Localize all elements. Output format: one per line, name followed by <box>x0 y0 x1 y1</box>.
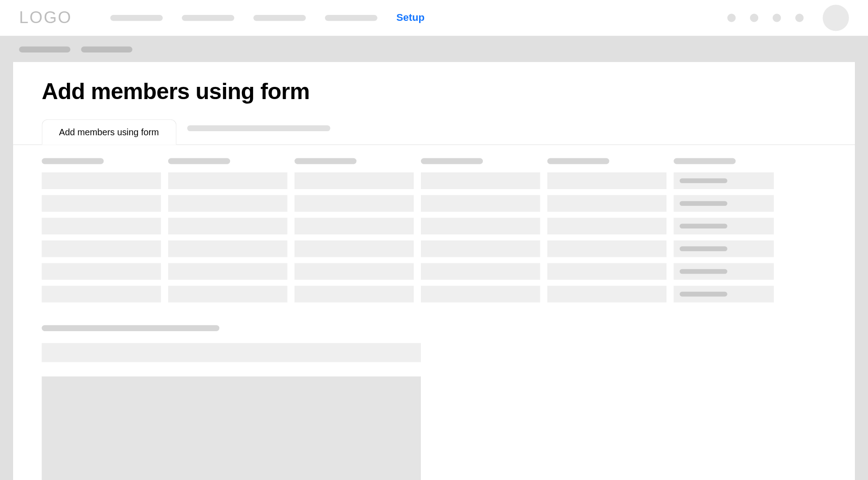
nav-item-placeholder[interactable] <box>253 15 306 21</box>
grid-cell-input[interactable] <box>42 195 161 212</box>
grid-cell-input[interactable] <box>421 172 540 189</box>
grid-cell-input[interactable] <box>168 218 288 234</box>
grid-cell-input[interactable] <box>421 263 540 280</box>
nav-item-placeholder[interactable] <box>182 15 234 21</box>
tabs: Add members using form <box>13 119 855 145</box>
grid-cell-input[interactable] <box>547 286 667 303</box>
select-value-placeholder <box>679 269 727 274</box>
grid-cell-input[interactable] <box>547 195 667 212</box>
grid-cell-select[interactable] <box>674 240 774 257</box>
select-value-placeholder <box>679 224 727 229</box>
grid-cell-input[interactable] <box>168 286 288 303</box>
grid-cell-input[interactable] <box>294 195 414 212</box>
grid-row <box>42 195 826 212</box>
nav-items: Setup <box>110 12 425 24</box>
breadcrumb <box>13 36 855 62</box>
column-header <box>42 158 104 164</box>
field-label-placeholder <box>42 325 219 331</box>
breadcrumb-item[interactable] <box>19 47 70 52</box>
column-header <box>168 158 230 164</box>
tab-add-members-form[interactable]: Add members using form <box>42 119 176 145</box>
grid-cell-select[interactable] <box>674 218 774 234</box>
grid-cell-input[interactable] <box>547 240 667 257</box>
select-value-placeholder <box>679 178 727 183</box>
grid-cell-input[interactable] <box>42 172 161 189</box>
grid-cell-select[interactable] <box>674 195 774 212</box>
stage: Add members using form Add members using… <box>0 36 868 480</box>
grid-cell-input[interactable] <box>42 218 161 234</box>
grid-cell-input[interactable] <box>294 172 414 189</box>
select-value-placeholder <box>679 292 727 297</box>
grid-cell-input[interactable] <box>294 286 414 303</box>
header-icon[interactable] <box>750 14 758 22</box>
additional-fields <box>13 309 855 480</box>
grid-cell-input[interactable] <box>294 263 414 280</box>
grid-cell-input[interactable] <box>42 240 161 257</box>
grid-header-row <box>42 158 826 164</box>
grid-cell-select[interactable] <box>674 286 774 303</box>
main-card: Add members using form Add members using… <box>13 62 855 480</box>
grid-cell-input[interactable] <box>168 172 288 189</box>
column-header <box>421 158 483 164</box>
column-header <box>294 158 356 164</box>
select-value-placeholder <box>679 247 727 252</box>
grid-cell-input[interactable] <box>168 263 288 280</box>
logo[interactable]: LOGO <box>19 8 72 27</box>
tab-placeholder[interactable] <box>187 125 330 131</box>
grid-row <box>42 218 826 234</box>
grid-cell-input[interactable] <box>294 240 414 257</box>
grid-cell-input[interactable] <box>168 195 288 212</box>
members-grid <box>13 145 855 302</box>
grid-cell-input[interactable] <box>421 195 540 212</box>
header-icon[interactable] <box>795 14 803 22</box>
text-input-placeholder[interactable] <box>42 343 421 362</box>
grid-cell-input[interactable] <box>421 286 540 303</box>
grid-cell-input[interactable] <box>421 218 540 234</box>
top-nav: LOGO Setup <box>0 0 868 36</box>
grid-row <box>42 240 826 257</box>
grid-row <box>42 286 826 303</box>
nav-right <box>727 5 849 31</box>
grid-cell-input[interactable] <box>421 240 540 257</box>
grid-cell-input[interactable] <box>168 240 288 257</box>
select-value-placeholder <box>679 201 727 206</box>
header-icon[interactable] <box>727 14 736 22</box>
grid-cell-input[interactable] <box>42 286 161 303</box>
grid-cell-select[interactable] <box>674 263 774 280</box>
grid-row <box>42 263 826 280</box>
avatar[interactable] <box>823 5 849 31</box>
grid-cell-input[interactable] <box>42 263 161 280</box>
grid-row <box>42 172 826 189</box>
column-header <box>674 158 736 164</box>
header-icon[interactable] <box>773 14 781 22</box>
page-title: Add members using form <box>13 79 855 105</box>
grid-cell-select[interactable] <box>674 172 774 189</box>
nav-item-setup[interactable]: Setup <box>396 12 425 24</box>
column-header <box>547 158 609 164</box>
grid-cell-input[interactable] <box>547 263 667 280</box>
nav-item-placeholder[interactable] <box>110 15 163 21</box>
grid-cell-input[interactable] <box>547 218 667 234</box>
breadcrumb-item[interactable] <box>81 47 132 52</box>
grid-cell-input[interactable] <box>294 218 414 234</box>
textarea-placeholder[interactable] <box>42 376 421 480</box>
nav-item-placeholder[interactable] <box>325 15 377 21</box>
grid-cell-input[interactable] <box>547 172 667 189</box>
